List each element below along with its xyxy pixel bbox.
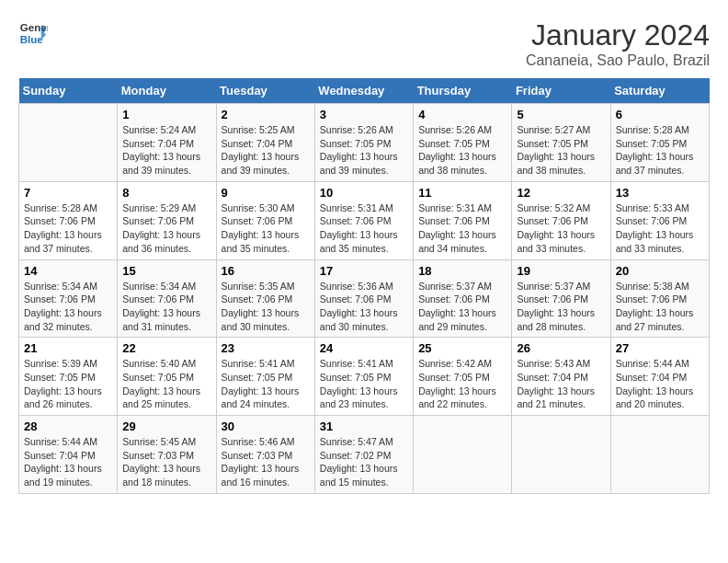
sunset-text: Sunset: 7:06 PM [616, 293, 704, 306]
day-number: 5 [517, 108, 605, 121]
day-number: 3 [320, 108, 408, 121]
sunrise-text: Sunrise: 5:45 AM [122, 435, 210, 449]
sunrise-text: Sunrise: 5:26 AM [418, 123, 506, 137]
sunset-text: Sunset: 7:05 PM [517, 137, 605, 151]
daylight-text: Daylight: 13 hours and 26 minutes. [24, 385, 112, 411]
day-info: Sunrise: 5:34 AMSunset: 7:06 PMDaylight:… [24, 280, 112, 334]
day-number: 12 [517, 186, 605, 200]
day-info: Sunrise: 5:46 AMSunset: 7:03 PMDaylight:… [222, 435, 310, 489]
sunset-text: Sunset: 7:05 PM [418, 371, 506, 385]
daylight-text: Daylight: 13 hours and 19 minutes. [24, 462, 112, 488]
day-number: 25 [418, 341, 506, 355]
sunrise-text: Sunrise: 5:46 AM [222, 435, 310, 449]
calendar-cell: 29Sunrise: 5:45 AMSunset: 7:03 PMDayligh… [118, 416, 216, 494]
day-info: Sunrise: 5:33 AMSunset: 7:06 PMDaylight:… [616, 201, 704, 256]
calendar-cell: 25Sunrise: 5:42 AMSunset: 7:05 PMDayligh… [414, 338, 512, 416]
daylight-text: Daylight: 13 hours and 35 minutes. [320, 228, 408, 255]
daylight-text: Daylight: 13 hours and 27 minutes. [616, 306, 704, 333]
calendar-week-2: 7Sunrise: 5:28 AMSunset: 7:06 PMDaylight… [19, 181, 710, 259]
day-number: 8 [122, 186, 210, 200]
day-info: Sunrise: 5:38 AMSunset: 7:06 PMDaylight:… [616, 280, 704, 334]
day-number: 2 [222, 108, 310, 121]
logo: General Blue [18, 18, 48, 48]
day-number: 30 [222, 419, 310, 433]
daylight-text: Daylight: 13 hours and 30 minutes. [222, 306, 310, 333]
daylight-text: Daylight: 13 hours and 16 minutes. [222, 462, 310, 488]
sunset-text: Sunset: 7:06 PM [517, 293, 605, 306]
day-number: 26 [517, 341, 605, 355]
day-number: 1 [122, 108, 210, 121]
calendar-cell: 14Sunrise: 5:34 AMSunset: 7:06 PMDayligh… [19, 259, 118, 338]
day-number: 17 [320, 264, 408, 278]
sunrise-text: Sunrise: 5:32 AM [517, 201, 605, 215]
sunrise-text: Sunrise: 5:25 AM [222, 123, 310, 137]
sunrise-text: Sunrise: 5:39 AM [24, 357, 112, 371]
daylight-text: Daylight: 13 hours and 38 minutes. [517, 150, 605, 177]
day-info: Sunrise: 5:28 AMSunset: 7:06 PMDaylight:… [24, 201, 112, 256]
daylight-text: Daylight: 13 hours and 20 minutes. [616, 385, 704, 411]
weekday-header-row: SundayMondayTuesdayWednesdayThursdayFrid… [19, 78, 710, 104]
calendar-cell: 26Sunrise: 5:43 AMSunset: 7:04 PMDayligh… [512, 338, 610, 416]
day-info: Sunrise: 5:34 AMSunset: 7:06 PMDaylight:… [122, 280, 210, 334]
calendar-cell: 9Sunrise: 5:30 AMSunset: 7:06 PMDaylight… [216, 181, 314, 259]
day-number: 20 [616, 264, 704, 278]
sunset-text: Sunset: 7:06 PM [24, 293, 112, 306]
sunrise-text: Sunrise: 5:37 AM [517, 280, 605, 293]
sunrise-text: Sunrise: 5:33 AM [616, 201, 704, 215]
day-number: 4 [418, 108, 506, 121]
sunset-text: Sunset: 7:06 PM [418, 214, 506, 228]
sunrise-text: Sunrise: 5:41 AM [320, 357, 408, 371]
daylight-text: Daylight: 13 hours and 33 minutes. [616, 228, 704, 255]
calendar-cell: 2Sunrise: 5:25 AMSunset: 7:04 PMDaylight… [216, 104, 314, 182]
calendar-cell: 17Sunrise: 5:36 AMSunset: 7:06 PMDayligh… [314, 259, 413, 338]
sunrise-text: Sunrise: 5:47 AM [320, 435, 408, 449]
day-number: 23 [222, 341, 310, 355]
calendar-cell: 8Sunrise: 5:29 AMSunset: 7:06 PMDaylight… [118, 181, 216, 259]
calendar-cell: 22Sunrise: 5:40 AMSunset: 7:05 PMDayligh… [118, 338, 216, 416]
calendar-cell: 21Sunrise: 5:39 AMSunset: 7:05 PMDayligh… [19, 338, 118, 416]
day-info: Sunrise: 5:31 AMSunset: 7:06 PMDaylight:… [320, 201, 408, 256]
sunrise-text: Sunrise: 5:34 AM [24, 280, 112, 293]
weekday-header-wednesday: Wednesday [314, 78, 413, 104]
calendar-cell: 11Sunrise: 5:31 AMSunset: 7:06 PMDayligh… [414, 181, 512, 259]
day-info: Sunrise: 5:40 AMSunset: 7:05 PMDaylight:… [122, 357, 210, 411]
calendar-cell: 15Sunrise: 5:34 AMSunset: 7:06 PMDayligh… [118, 259, 216, 338]
day-number: 19 [517, 264, 605, 278]
day-info: Sunrise: 5:32 AMSunset: 7:06 PMDaylight:… [517, 201, 605, 256]
daylight-text: Daylight: 13 hours and 15 minutes. [320, 462, 408, 488]
sunrise-text: Sunrise: 5:42 AM [418, 357, 506, 371]
calendar-cell: 19Sunrise: 5:37 AMSunset: 7:06 PMDayligh… [512, 259, 610, 338]
calendar-week-1: 1Sunrise: 5:24 AMSunset: 7:04 PMDaylight… [19, 104, 710, 182]
day-number: 28 [24, 419, 112, 433]
page-subtitle: Cananeia, Sao Paulo, Brazil [526, 52, 710, 69]
sunrise-text: Sunrise: 5:36 AM [320, 280, 408, 293]
sunset-text: Sunset: 7:05 PM [616, 137, 704, 151]
sunrise-text: Sunrise: 5:38 AM [616, 280, 704, 293]
day-number: 24 [320, 341, 408, 355]
sunrise-text: Sunrise: 5:41 AM [222, 357, 310, 371]
sunrise-text: Sunrise: 5:44 AM [24, 435, 112, 449]
day-info: Sunrise: 5:37 AMSunset: 7:06 PMDaylight:… [418, 280, 506, 334]
calendar-cell: 16Sunrise: 5:35 AMSunset: 7:06 PMDayligh… [216, 259, 314, 338]
daylight-text: Daylight: 13 hours and 33 minutes. [517, 228, 605, 255]
calendar-body: 1Sunrise: 5:24 AMSunset: 7:04 PMDaylight… [19, 104, 710, 494]
daylight-text: Daylight: 13 hours and 38 minutes. [418, 150, 506, 177]
day-info: Sunrise: 5:41 AMSunset: 7:05 PMDaylight:… [320, 357, 408, 411]
sunset-text: Sunset: 7:05 PM [222, 371, 310, 385]
day-number: 29 [122, 419, 210, 433]
weekday-header-saturday: Saturday [610, 78, 709, 104]
page-header: General Blue January 2024 Cananeia, Sao … [18, 18, 710, 69]
day-info: Sunrise: 5:26 AMSunset: 7:05 PMDaylight:… [418, 123, 506, 178]
day-info: Sunrise: 5:37 AMSunset: 7:06 PMDaylight:… [517, 280, 605, 334]
sunset-text: Sunset: 7:04 PM [222, 137, 310, 151]
daylight-text: Daylight: 13 hours and 37 minutes. [24, 228, 112, 255]
sunrise-text: Sunrise: 5:40 AM [122, 357, 210, 371]
day-info: Sunrise: 5:42 AMSunset: 7:05 PMDaylight:… [418, 357, 506, 411]
day-info: Sunrise: 5:36 AMSunset: 7:06 PMDaylight:… [320, 280, 408, 334]
calendar-cell: 13Sunrise: 5:33 AMSunset: 7:06 PMDayligh… [610, 181, 709, 259]
daylight-text: Daylight: 13 hours and 21 minutes. [517, 385, 605, 411]
weekday-header-tuesday: Tuesday [216, 78, 314, 104]
day-info: Sunrise: 5:30 AMSunset: 7:06 PMDaylight:… [222, 201, 310, 256]
sunrise-text: Sunrise: 5:44 AM [616, 357, 704, 371]
sunset-text: Sunset: 7:06 PM [320, 293, 408, 306]
